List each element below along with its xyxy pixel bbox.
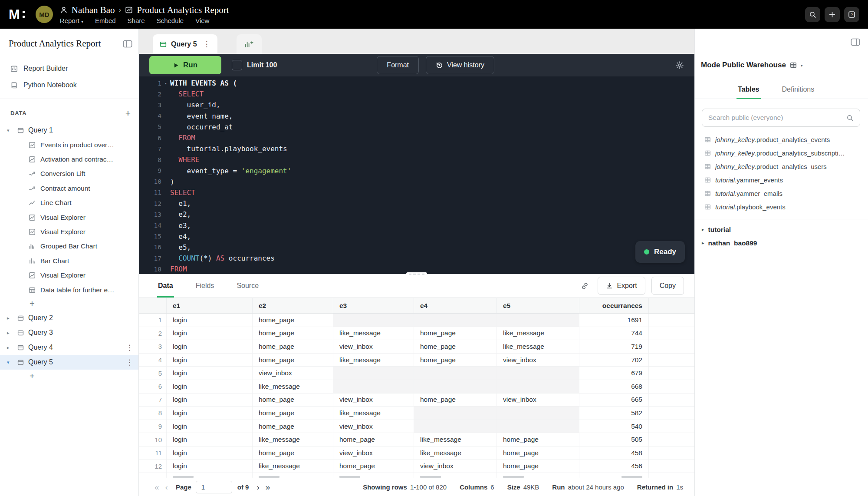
breadcrumb-report-title[interactable]: Product Analytics Report <box>137 5 229 16</box>
tab-fields[interactable]: Fields <box>195 274 215 298</box>
schema-table-yammer-events[interactable]: tutorial.yammer_events <box>695 173 868 187</box>
query-item-query-4[interactable]: ▸Query 4⋮ <box>0 340 138 355</box>
chevron-right-icon[interactable]: ▸ <box>7 315 14 321</box>
schema-table-product-analytics-users[interactable]: johnny_kelley.product_analytics_users <box>695 160 868 173</box>
code-line-10[interactable]: 10) <box>139 176 694 187</box>
column-header-occurrances[interactable]: occurrances <box>579 298 649 313</box>
schema-group-nathan-bao899[interactable]: ▸nathan_bao899 <box>695 236 868 250</box>
kebab-menu-icon[interactable]: ⋮ <box>126 358 133 367</box>
schema-table-product-analytics-events[interactable]: johnny_kelley.product_analytics_events <box>695 133 868 146</box>
code-line-11[interactable]: 11SELECT <box>139 187 694 198</box>
menu-item-schedule[interactable]: Schedule <box>157 17 184 24</box>
breadcrumb-user[interactable]: Nathan Bao <box>72 5 115 16</box>
table-row-4[interactable]: 4loginhome_pagelike_messagehome_pageview… <box>139 354 694 367</box>
code-line-5[interactable]: 5 occurred_at <box>139 122 694 132</box>
code-line-1[interactable]: 1▾WITH EVENTS AS ( <box>139 78 694 89</box>
view-history-button[interactable]: View history <box>426 56 494 74</box>
menu-item-view[interactable]: View <box>195 17 209 24</box>
limit-checkbox[interactable] <box>232 60 242 70</box>
menu-item-share[interactable]: Share <box>128 17 145 24</box>
mode-logo[interactable]: M <box>9 8 25 21</box>
chart-item-events-in-product-over[interactable]: Events in product over… <box>0 138 138 152</box>
chart-item-visual-explorer[interactable]: Visual Explorer <box>0 268 138 283</box>
add-chart-button[interactable]: + <box>0 297 138 311</box>
column-header-e2[interactable]: e2 <box>253 298 333 313</box>
add-button[interactable] <box>825 7 840 22</box>
menu-item-report[interactable]: Report ▾ <box>60 17 83 24</box>
query-item-query-2[interactable]: ▸Query 2 <box>0 311 138 325</box>
add-chart-tab[interactable] <box>237 34 262 54</box>
chart-item-grouped-bar-chart[interactable]: Grouped Bar Chart <box>0 239 138 254</box>
table-row-10[interactable]: 10loginlike_messagehome_pagelike_message… <box>139 433 694 446</box>
schema-search-input[interactable] <box>708 114 843 122</box>
chart-item-line-chart[interactable]: Line Chart <box>0 196 138 210</box>
sql-editor[interactable]: 1▾WITH EVENTS AS (2 SELECT3 user_id,4 ev… <box>139 76 694 274</box>
table-row-8[interactable]: 8loginhome_pagelike_message582 <box>139 407 694 420</box>
copy-button[interactable]: Copy <box>651 277 684 295</box>
code-line-7[interactable]: 7 tutorial.playbook_events <box>139 143 694 154</box>
chart-item-contract-amount[interactable]: Contract amount <box>0 181 138 195</box>
chart-item-activation-and-contrac[interactable]: Activation and contrac… <box>0 152 138 166</box>
query-item-query-5[interactable]: ▾Query 5⋮ <box>0 355 138 370</box>
code-line-4[interactable]: 4 event_name, <box>139 111 694 122</box>
code-line-13[interactable]: 13 e2, <box>139 209 694 220</box>
query-item-query-3[interactable]: ▸Query 3 <box>0 325 138 340</box>
collapse-right-panel-button[interactable] <box>851 38 860 46</box>
run-button[interactable]: Run <box>149 56 221 74</box>
chart-item-conversion-lift[interactable]: Conversion Lift <box>0 167 138 181</box>
format-button[interactable]: Format <box>377 56 419 74</box>
code-line-3[interactable]: 3 user_id, <box>139 99 694 110</box>
menu-item-embed[interactable]: Embed <box>95 17 116 24</box>
avatar[interactable]: MD <box>36 6 53 23</box>
chevron-right-icon[interactable]: ▸ <box>702 227 704 232</box>
table-row-11[interactable]: 11loginhome_pageview_inboxlike_messageho… <box>139 446 694 460</box>
tab-definitions[interactable]: Definitions <box>781 80 816 99</box>
last-page-button[interactable]: » <box>266 483 270 491</box>
settings-gear-icon[interactable] <box>675 61 684 69</box>
table-row-12[interactable]: 12loginlike_messagehome_pageview_inboxho… <box>139 460 694 473</box>
table-row-2[interactable]: 2loginhome_pagelike_messagehome_pagelike… <box>139 327 694 341</box>
sidebar-item-report-builder[interactable]: Report Builder <box>0 60 138 77</box>
code-line-12[interactable]: 12 e1, <box>139 198 694 209</box>
column-header-e3[interactable]: e3 <box>333 298 414 313</box>
code-line-6[interactable]: 6 FROM <box>139 132 694 143</box>
help-button[interactable]: ? <box>844 7 859 22</box>
chart-item-data-table-for-further-e[interactable]: Data table for further e… <box>0 283 138 297</box>
kebab-menu-icon[interactable]: ⋮ <box>203 40 210 49</box>
warehouse-name[interactable]: Mode Public Warehouse <box>701 61 786 69</box>
tab-source[interactable]: Source <box>236 274 260 298</box>
query-item-query-1[interactable]: ▾Query 1 <box>0 123 138 138</box>
code-line-17[interactable]: 17 COUNT(*) AS occurrances <box>139 253 694 264</box>
collapse-left-panel-button[interactable] <box>123 40 132 48</box>
schema-table-product-analytics-subscripti[interactable]: johnny_kelley.product_analytics_subscrip… <box>695 146 868 160</box>
first-page-button[interactable]: « <box>155 483 159 491</box>
chevron-down-icon[interactable]: ▾ <box>7 128 14 133</box>
chart-item-bar-chart[interactable]: Bar Chart <box>0 254 138 268</box>
fold-toggle-icon[interactable]: ▾ <box>161 81 170 86</box>
export-button[interactable]: Export <box>598 277 645 295</box>
tab-tables[interactable]: Tables <box>736 80 761 99</box>
chart-item-visual-explorer[interactable]: Visual Explorer <box>0 210 138 225</box>
tab-query-5[interactable]: Query 5 ⋮ <box>153 34 217 54</box>
code-line-15[interactable]: 15 e4, <box>139 231 694 242</box>
schema-table-yammer-emails[interactable]: tutorial.yammer_emails <box>695 187 868 200</box>
code-line-8[interactable]: 8 WHERE <box>139 154 694 165</box>
chevron-right-icon[interactable]: ▸ <box>702 240 704 246</box>
chevron-down-icon[interactable]: ▾ <box>801 63 803 68</box>
prev-page-button[interactable]: ‹ <box>165 483 168 491</box>
code-line-14[interactable]: 14 e3, <box>139 220 694 231</box>
panel-resize-handle[interactable] <box>406 272 427 275</box>
add-data-button[interactable]: + <box>125 109 131 118</box>
page-number-input[interactable] <box>196 481 232 493</box>
next-page-button[interactable]: › <box>256 483 259 491</box>
table-row-6[interactable]: 6loginlike_message668 <box>139 380 694 393</box>
column-header-e1[interactable]: e1 <box>167 298 253 313</box>
kebab-menu-icon[interactable]: ⋮ <box>126 343 133 352</box>
schema-group-tutorial[interactable]: ▸tutorial <box>695 223 868 236</box>
table-row-9[interactable]: 9loginhome_pageview_inbox540 <box>139 420 694 433</box>
table-row-5[interactable]: 5loginview_inbox679 <box>139 367 694 380</box>
column-header-e4[interactable]: e4 <box>414 298 497 313</box>
table-row-1[interactable]: 1loginhome_page1691 <box>139 314 694 327</box>
link-button[interactable] <box>578 279 592 293</box>
chevron-down-icon[interactable]: ▾ <box>7 360 14 365</box>
